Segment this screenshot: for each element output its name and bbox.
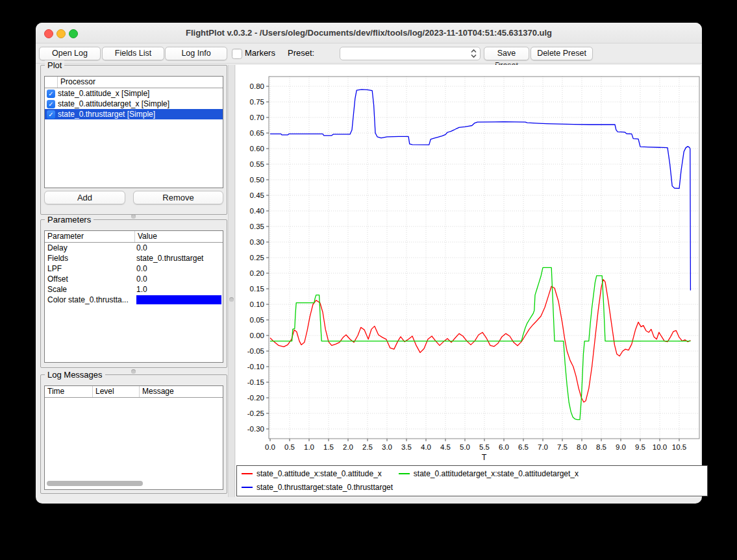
parameter-value bbox=[135, 295, 223, 304]
parameters-table[interactable]: Parameter Value Delay0.0Fieldsstate_0.th… bbox=[44, 230, 223, 363]
preset-combobox[interactable] bbox=[340, 47, 481, 60]
chart-legend: state_0.attitude_x:state_0.attitude_xsta… bbox=[236, 465, 708, 496]
processor-list-item[interactable]: ✓state_0.attitudetarget_x [Simple] bbox=[45, 99, 223, 109]
flightplot-window: FlightPlot v.0.3.2 - /Users/oleg/Documen… bbox=[36, 23, 702, 504]
y-tick-label: 0.65 bbox=[250, 129, 264, 137]
log-info-button[interactable]: Log Info bbox=[165, 47, 227, 60]
processor-label: state_0.thrusttarget [Simple] bbox=[58, 110, 155, 119]
x-tick-label: 7.5 bbox=[557, 443, 568, 451]
log-messages-table[interactable]: TimeLevelMessage bbox=[44, 385, 223, 490]
y-tick-label: 0.40 bbox=[250, 207, 264, 215]
legend-label: state_0.attitude_x:state_0.attitude_x bbox=[256, 469, 382, 478]
x-tick-label: 0.0 bbox=[265, 443, 275, 451]
y-tick-label: 0.75 bbox=[250, 98, 264, 106]
series-line bbox=[270, 267, 690, 419]
parameter-row[interactable]: Offset0.0 bbox=[45, 274, 223, 284]
splitter-handle[interactable] bbox=[229, 297, 234, 302]
vertical-split-divider[interactable] bbox=[228, 65, 235, 497]
parameter-row[interactable]: LPF0.0 bbox=[45, 263, 223, 274]
parameter-name: Fields bbox=[45, 254, 135, 263]
checkbox-column-header bbox=[45, 77, 58, 88]
legend-item: state_0.attitudetarget_x:state_0.attitud… bbox=[399, 469, 579, 478]
legend-item: state_0.thrusttarget:state_0.thrusttarge… bbox=[242, 483, 393, 492]
parameter-name: LPF bbox=[45, 264, 135, 273]
x-tick-label: 2.0 bbox=[343, 443, 353, 451]
splitter-handle[interactable] bbox=[131, 214, 136, 219]
fields-list-button[interactable]: Fields List bbox=[102, 47, 164, 60]
x-tick-label: 2.5 bbox=[362, 443, 373, 451]
legend-label: state_0.attitudetarget_x:state_0.attitud… bbox=[414, 469, 579, 478]
processor-checkbox[interactable]: ✓ bbox=[47, 90, 55, 98]
value-column-header: Value bbox=[135, 231, 223, 242]
legend-item: state_0.attitude_x:state_0.attitude_x bbox=[242, 469, 382, 478]
processor-checkbox[interactable]: ✓ bbox=[47, 110, 55, 119]
x-tick-label: 4.5 bbox=[440, 443, 451, 451]
y-tick-label: 0.45 bbox=[250, 191, 264, 199]
log-column-header: Level bbox=[93, 386, 140, 397]
log-messages-table-header: TimeLevelMessage bbox=[45, 386, 223, 398]
y-tick-label: 0.50 bbox=[250, 176, 264, 184]
processor-checkbox[interactable]: ✓ bbox=[47, 100, 55, 108]
chart-component[interactable]: 0.800.750.700.650.600.550.500.450.400.35… bbox=[236, 65, 701, 497]
legend-line-swatch bbox=[242, 487, 253, 488]
processor-list-item[interactable]: ✓state_0.attitude_x [Simple] bbox=[45, 88, 223, 99]
log-column-header: Time bbox=[45, 386, 93, 397]
log-column-header: Message bbox=[140, 386, 223, 397]
color-swatch[interactable] bbox=[136, 295, 221, 304]
parameter-row[interactable]: Scale1.0 bbox=[45, 284, 223, 295]
parameter-name: Offset bbox=[45, 274, 135, 284]
log-messages-panel: Log Messages TimeLevelMessage bbox=[40, 374, 227, 494]
parameter-value: 0.0 bbox=[135, 243, 223, 252]
parameter-value: 0.0 bbox=[135, 264, 223, 273]
x-tick-label: 5.5 bbox=[479, 443, 490, 451]
parameter-column-header: Parameter bbox=[45, 231, 135, 242]
remove-processor-button[interactable]: Remove bbox=[133, 191, 223, 204]
processor-list-item[interactable]: ✓state_0.thrusttarget [Simple] bbox=[45, 109, 223, 119]
parameters-panel-title: Parameters bbox=[45, 215, 94, 225]
y-tick-label: -0.20 bbox=[247, 394, 264, 402]
chart-canvas[interactable]: 0.800.750.700.650.600.550.500.450.400.35… bbox=[236, 65, 701, 465]
parameter-row[interactable]: Delay0.0 bbox=[45, 243, 223, 253]
processor-label: state_0.attitudetarget_x [Simple] bbox=[58, 99, 169, 108]
plot-panel: Plot Processor ✓state_0.attitude_x [Simp… bbox=[40, 65, 227, 215]
log-messages-panel-title: Log Messages bbox=[45, 370, 105, 380]
series-line bbox=[270, 90, 690, 291]
x-tick-label: 5.0 bbox=[460, 443, 470, 451]
y-tick-label: 0.55 bbox=[250, 160, 264, 168]
y-tick-label: 0.35 bbox=[250, 223, 264, 230]
x-tick-label: 0.5 bbox=[284, 443, 295, 451]
toolbar-divider bbox=[36, 63, 702, 64]
markers-checkbox[interactable] bbox=[232, 49, 242, 59]
processor-table[interactable]: Processor ✓state_0.attitude_x [Simple]✓s… bbox=[44, 76, 223, 188]
minimize-window-button[interactable] bbox=[56, 29, 66, 38]
close-window-button[interactable] bbox=[44, 29, 53, 38]
processor-label: state_0.attitude_x [Simple] bbox=[58, 89, 149, 98]
y-tick-label: 0.15 bbox=[250, 285, 264, 293]
parameter-name: Scale bbox=[45, 285, 135, 294]
parameter-value: state_0.thrusttarget bbox=[135, 254, 223, 263]
parameter-row[interactable]: Color state_0.thrustta... bbox=[45, 295, 223, 305]
zoom-window-button[interactable] bbox=[69, 29, 78, 38]
parameter-value: 0.0 bbox=[135, 274, 223, 284]
y-tick-label: -0.10 bbox=[247, 363, 264, 371]
horizontal-scrollbar[interactable] bbox=[47, 481, 143, 486]
parameter-name: Delay bbox=[45, 243, 135, 252]
open-log-button[interactable]: Open Log bbox=[39, 47, 101, 60]
legend-label: state_0.thrusttarget:state_0.thrusttarge… bbox=[256, 483, 393, 492]
parameter-name: Color state_0.thrustta... bbox=[45, 295, 135, 304]
splitter-handle[interactable] bbox=[131, 369, 136, 374]
window-titlebar[interactable]: FlightPlot v.0.3.2 - /Users/oleg/Documen… bbox=[36, 23, 702, 43]
delete-preset-button[interactable]: Delete Preset bbox=[531, 47, 593, 60]
parameter-value: 1.0 bbox=[135, 285, 223, 294]
parameters-table-header: Parameter Value bbox=[45, 231, 223, 243]
legend-line-swatch bbox=[399, 473, 410, 474]
window-title: FlightPlot v.0.3.2 - /Users/oleg/Documen… bbox=[88, 23, 650, 43]
legend-line-swatch bbox=[242, 473, 253, 474]
parameter-row[interactable]: Fieldsstate_0.thrusttarget bbox=[45, 253, 223, 263]
save-preset-button[interactable]: Save Preset bbox=[484, 47, 529, 60]
add-processor-button[interactable]: Add bbox=[44, 191, 125, 204]
x-tick-label: 9.5 bbox=[635, 443, 645, 451]
combo-stepper-icon[interactable] bbox=[468, 48, 479, 59]
x-axis-title: T bbox=[482, 453, 487, 462]
y-tick-label: -0.25 bbox=[247, 409, 264, 417]
